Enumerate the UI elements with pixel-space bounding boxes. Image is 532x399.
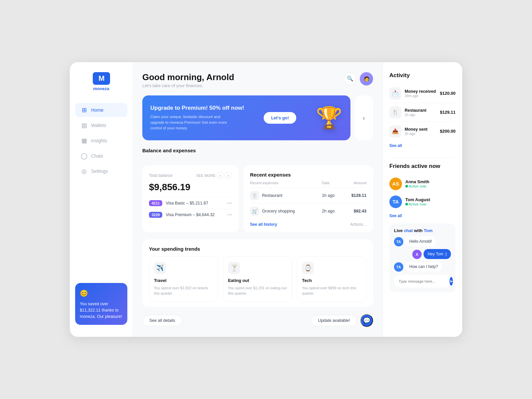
activity-item-1: 🍴 Restaurant 1h ago $129.11: [389, 103, 456, 122]
activity-info-1: Restaurant 1h ago: [405, 108, 426, 117]
trend-card-eating: 🍸 Eating out You spent over $1,231 on ea…: [223, 256, 293, 302]
sidebar: M moneza ⊞ Home ▤ Wallets ▦ Insights ◯ C…: [70, 62, 133, 337]
friend-avatar-anna: AS: [389, 178, 402, 190]
friends-see-all-link[interactable]: See all: [389, 213, 456, 218]
trend-name-eating: Eating out: [228, 278, 288, 283]
wallet-badge-1: 3229: [149, 212, 162, 218]
search-button[interactable]: 🔍: [344, 72, 356, 85]
next-arrow-button[interactable]: ›: [225, 172, 232, 179]
expense-row-1: 🛒 Grocery shopping 2h ago $92.43: [250, 203, 366, 219]
see-all-details-button[interactable]: See all details: [142, 315, 182, 326]
expense-name-1: 🛒 Grocery shopping: [250, 206, 322, 216]
trend-desc-tech: You spend over $999 on tech this quarter…: [302, 286, 361, 296]
activity-see-all-link[interactable]: See all: [389, 143, 456, 148]
promo-button[interactable]: Let's go!: [264, 112, 296, 124]
expense-date-0: 1h ago: [322, 188, 342, 203]
sidebar-item-home[interactable]: ⊞ Home: [75, 103, 127, 117]
friend-info-tom: Tom August Active now: [405, 197, 430, 206]
online-dot-anna: [405, 185, 408, 188]
prev-arrow-button[interactable]: ‹: [217, 172, 224, 179]
expenses-table: Recent expenses Date Amount 🍴 Restaurant: [250, 181, 366, 219]
trophy-icon: 🏆: [316, 105, 342, 130]
main-content: Good morning, Arnold Let's take care of …: [133, 62, 382, 337]
sidebar-item-label-wallets: Wallets: [91, 123, 106, 128]
sidebar-item-wallets[interactable]: ▤ Wallets: [75, 118, 127, 132]
wallet-name-0: Visa Basic – $5,211.87: [166, 201, 208, 205]
home-icon: ⊞: [80, 106, 88, 114]
chat-input[interactable]: [399, 279, 448, 283]
activity-amount-1: $129.11: [440, 110, 456, 115]
wallet-menu-0[interactable]: •••: [227, 200, 232, 206]
sidebar-item-settings[interactable]: ◎ Settings: [75, 164, 127, 178]
friend-status-tom: Active now: [405, 202, 430, 206]
settings-icon: ◎: [80, 168, 88, 175]
chat-fab-button[interactable]: 💬: [360, 314, 373, 327]
balance-header: Total balance SEE MORE ‹ ›: [149, 172, 232, 179]
activity-left-2: 📤 Money sent 2h ago: [389, 125, 428, 137]
chat-fab-icon: 💬: [363, 317, 370, 324]
activity-section: Activity 📩 Money received 18m ago $120.0…: [389, 72, 456, 148]
chats-icon: ◯: [80, 152, 88, 160]
avatar[interactable]: 🧑: [360, 72, 373, 85]
chat-messages: TA Hello Arnold! Hey Tom :) A TA How can…: [394, 236, 451, 272]
wallet-name-1: Visa Premium – $4,644.32: [166, 212, 214, 217]
activity-left-1: 🍴 Restaurant 1h ago: [389, 106, 426, 118]
avatar-initials: 🧑: [364, 76, 369, 81]
balance-section-label: Balance and expenses: [142, 148, 373, 153]
sidebar-item-chats[interactable]: ◯ Chats: [75, 149, 127, 163]
activity-item-0: 📩 Money received 18m ago $120.00: [389, 84, 456, 103]
promo-text: Upgrade to Premium! 50% off now! Claim y…: [150, 105, 244, 131]
greeting-heading: Good morning, Arnold: [142, 72, 234, 82]
trend-name-tech: Tech: [302, 278, 361, 283]
promo-nav-button[interactable]: ›: [354, 95, 373, 141]
wallet-menu-1[interactable]: •••: [227, 212, 232, 217]
activity-name-2: Money sent: [405, 127, 428, 132]
live-chat: Live chat with Tom TA Hello Arnold! Hey …: [389, 223, 456, 292]
header-actions: 🔍 🧑: [344, 72, 373, 85]
activity-amount-2: $200.00: [440, 129, 456, 134]
sidebar-item-label-home: Home: [91, 107, 103, 113]
chat-avatar-tom: TA: [394, 237, 403, 246]
actions-link[interactable]: Actions...: [350, 222, 366, 227]
activity-info-2: Money sent 2h ago: [405, 127, 428, 136]
sidebar-item-label-settings: Settings: [91, 169, 108, 174]
friends-title: Friends active now: [389, 163, 456, 170]
send-button[interactable]: ➤: [450, 277, 453, 286]
wallet-row-1: 3229 Visa Premium – $4,644.32 •••: [149, 209, 232, 220]
tech-icon: ⌚: [302, 262, 314, 274]
sidebar-item-insights[interactable]: ▦ Insights: [75, 134, 127, 148]
friends-section: Friends active now AS Anna Smith Active …: [389, 163, 456, 218]
expense-row-0: 🍴 Restaurant 1h ago $129.11: [250, 188, 366, 203]
activity-left-0: 📩 Money received 18m ago: [389, 87, 436, 99]
promo-title: Upgrade to Premium! 50% off now!: [150, 105, 244, 111]
sidebar-item-label-insights: Insights: [91, 138, 107, 143]
friend-info-anna: Anna Smith Active now: [405, 179, 429, 188]
wallet-badge-0: 4211: [149, 200, 162, 206]
trend-name-travel: Travel: [154, 278, 213, 283]
activity-name-0: Money received: [405, 89, 436, 94]
insights-icon: ▦: [80, 137, 88, 144]
balance-card: Total balance SEE MORE ‹ › $9,856.19 421…: [142, 165, 239, 232]
sidebar-item-label-chats: Chats: [91, 153, 103, 159]
chat-msg-0: TA Hello Arnold!: [394, 236, 451, 246]
bottom-bar: See all details Update available! 💬: [142, 314, 373, 327]
chat-msg-2: TA How can I help?: [394, 262, 451, 272]
chat-title-with: chat: [404, 228, 413, 233]
send-icon: ➤: [450, 279, 453, 284]
main-header: Good morning, Arnold Let's take care of …: [142, 72, 373, 88]
greeting-subtitle: Let's take care of your finances.: [142, 83, 234, 88]
chat-avatar-self: A: [412, 250, 422, 259]
restaurant-act-icon: 🍴: [389, 106, 401, 118]
expenses-footer: See all history Actions...: [250, 222, 366, 227]
update-button[interactable]: Update available!: [311, 315, 357, 326]
see-all-history-link[interactable]: See all history: [250, 222, 277, 227]
activity-time-1: 1h ago: [405, 113, 426, 117]
trends-label: Your spending trends: [149, 246, 366, 252]
friend-name-tom: Tom August: [405, 197, 430, 202]
chevron-right-icon: ›: [363, 114, 365, 122]
friend-item-tom: TA Tom August Active now: [389, 193, 456, 211]
right-panel: Activity 📩 Money received 18m ago $120.0…: [382, 62, 462, 337]
activity-time-0: 18m ago: [405, 94, 436, 98]
logo-icon: M: [93, 72, 110, 85]
activity-item-2: 📤 Money sent 2h ago $200.00: [389, 122, 456, 141]
